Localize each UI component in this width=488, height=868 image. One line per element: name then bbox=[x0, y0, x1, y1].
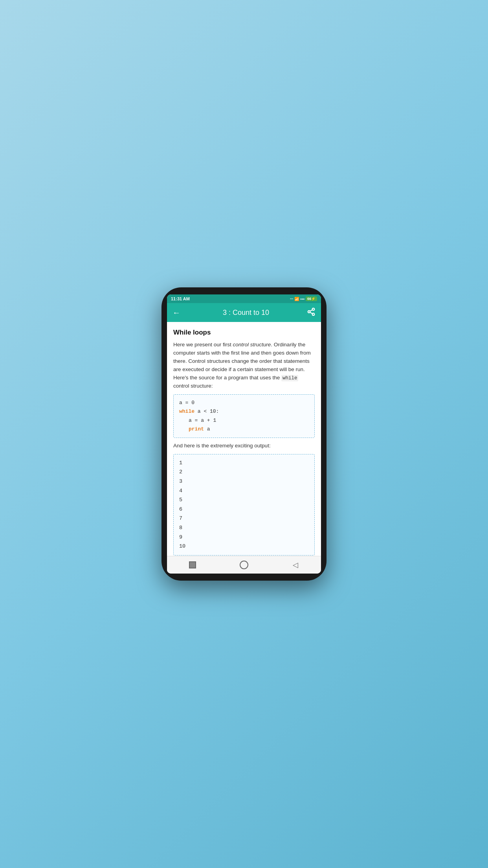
svg-line-3 bbox=[310, 312, 312, 314]
intro-text-3: control structure: bbox=[173, 383, 213, 389]
back-arrow-icon: ◁ bbox=[293, 561, 298, 569]
nav-bar: ◁ bbox=[167, 556, 321, 574]
battery-indicator: 66⚡ bbox=[306, 296, 317, 301]
code-condition: a < 10: bbox=[194, 408, 219, 414]
back-button[interactable]: ← bbox=[172, 308, 180, 317]
while-code-inline: while bbox=[281, 375, 299, 381]
nav-square-button[interactable] bbox=[187, 559, 198, 570]
output-block: 1 2 3 4 5 6 7 8 9 10 bbox=[173, 454, 315, 555]
output-line-10: 10 bbox=[179, 542, 309, 551]
nav-home-button[interactable] bbox=[238, 559, 250, 570]
share-button[interactable] bbox=[307, 307, 316, 318]
content-area: While loops Here we present our first co… bbox=[167, 322, 321, 556]
code-line-1-text: a = 0 bbox=[179, 400, 194, 406]
code-increment: a = a + 1 bbox=[189, 417, 216, 423]
code-line-3: a = a + 1 bbox=[179, 416, 309, 425]
code-line-1: a = 0 bbox=[179, 399, 309, 407]
phone-screen: 11:31 AM ··· 📶 ▪▪▪ 66⚡ ← 3 : Count to 10 bbox=[167, 294, 321, 574]
phone-frame: 11:31 AM ··· 📶 ▪▪▪ 66⚡ ← 3 : Count to 10 bbox=[161, 287, 327, 581]
print-keyword: print bbox=[189, 426, 204, 432]
while-keyword: while bbox=[179, 408, 194, 414]
output-line-1: 1 bbox=[179, 458, 309, 468]
circle-icon bbox=[240, 561, 248, 569]
signal-bars-icon: ▪▪▪ bbox=[300, 297, 305, 301]
output-line-3: 3 bbox=[179, 477, 309, 486]
toolbar: ← 3 : Count to 10 bbox=[167, 303, 321, 322]
intro-text-1: Here we present our first bbox=[173, 342, 233, 348]
output-line-5: 5 bbox=[179, 495, 309, 505]
signal-dots-icon: ··· bbox=[290, 297, 293, 301]
output-line-6: 6 bbox=[179, 505, 309, 514]
output-line-7: 7 bbox=[179, 514, 309, 523]
wifi-icon: 📶 bbox=[294, 297, 299, 301]
section-title: While loops bbox=[173, 327, 315, 338]
nav-back-button[interactable]: ◁ bbox=[290, 559, 301, 570]
code-line-2: while a < 10: bbox=[179, 407, 309, 416]
italic-control-structure: control structure bbox=[233, 342, 271, 348]
output-line-4: 4 bbox=[179, 486, 309, 496]
output-line-2: 2 bbox=[179, 467, 309, 477]
square-icon bbox=[189, 561, 196, 568]
output-line-8: 8 bbox=[179, 523, 309, 533]
intro-paragraph: Here we present our first control struct… bbox=[173, 341, 315, 390]
output-intro-text: And here is the extremely exciting outpu… bbox=[173, 442, 315, 450]
toolbar-title: 3 : Count to 10 bbox=[185, 309, 307, 317]
status-bar: 11:31 AM ··· 📶 ▪▪▪ 66⚡ bbox=[167, 294, 321, 303]
status-time: 11:31 AM bbox=[171, 296, 190, 301]
code-block-main: a = 0 while a < 10: a = a + 1 print a bbox=[173, 394, 315, 438]
print-var: a bbox=[204, 426, 210, 432]
code-line-4: print a bbox=[179, 425, 309, 434]
output-line-9: 9 bbox=[179, 533, 309, 542]
svg-line-4 bbox=[310, 309, 312, 311]
status-icons: ··· 📶 ▪▪▪ 66⚡ bbox=[290, 296, 317, 301]
